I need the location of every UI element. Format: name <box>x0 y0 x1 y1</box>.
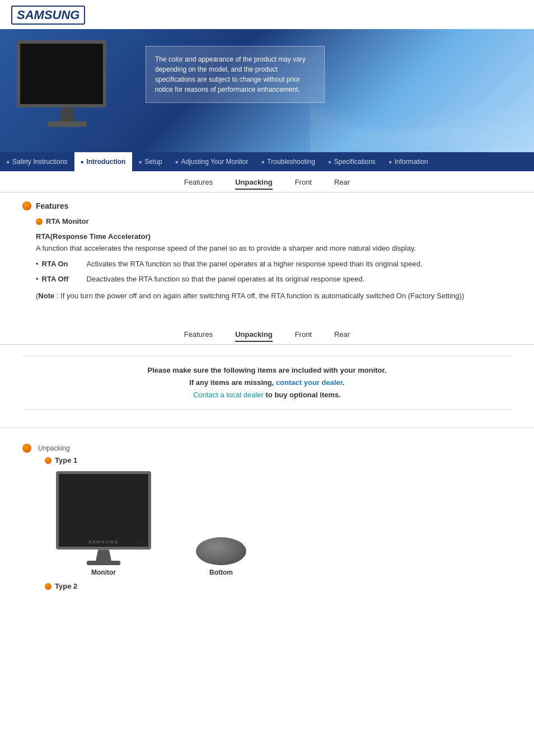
tab-unpacking[interactable]: Unpacking <box>235 178 272 190</box>
rta-monitor-icon <box>36 218 43 225</box>
section-divider <box>0 428 534 428</box>
nav-adjusting-label: Adjusting Your Monitor <box>181 158 248 166</box>
nav-safety-label: Safety Instructions <box>12 158 68 166</box>
monitor-illus-base <box>87 561 120 565</box>
monitor-brand: SAMSUNG <box>88 539 119 544</box>
tab-rear-bottom[interactable]: Rear <box>334 330 350 342</box>
monitor-screen-illus: SAMSUNG · · · · · <box>56 471 151 550</box>
nav-adjusting[interactable]: Adjusting Your Monitor <box>169 152 255 171</box>
monitor-illustration: SAMSUNG · · · · · <box>56 471 151 565</box>
unpacking-label: Unpacking <box>38 444 70 452</box>
samsung-logo: SAMSUNG <box>11 6 85 25</box>
note-content: : If you turn the power off and on again… <box>54 292 462 300</box>
features-icon <box>22 201 31 210</box>
unpacking-info-line1: Please make sure the following items are… <box>34 364 500 377</box>
contact-local-dealer-link[interactable]: Contact a local dealer <box>193 391 264 399</box>
monitor-screen <box>17 40 106 107</box>
nav-safety-instructions[interactable]: Safety Instructions <box>0 152 74 171</box>
contact-dealer-link[interactable]: contact your dealer <box>276 378 343 387</box>
nav-troubleshooting[interactable]: Troubleshooting <box>255 152 322 171</box>
unpacking-header: Unpacking <box>22 444 512 453</box>
banner: The color and appearance of the product … <box>0 29 534 152</box>
rta-bullet-list: • RTA On Activates the RTA function so t… <box>36 259 512 285</box>
bottom-image-container: Bottom <box>196 537 246 576</box>
rta-off-label: RTA Off <box>42 274 87 285</box>
unpacking-icon <box>22 444 31 453</box>
monitor-label: Monitor <box>56 569 151 576</box>
tab-features-bottom[interactable]: Features <box>184 330 213 342</box>
bullet-rta-off: • RTA Off Deactivates the RTA function s… <box>36 274 512 285</box>
bottom-label: Bottom <box>196 569 246 576</box>
banner-text: The color and appearance of the product … <box>155 55 306 93</box>
nav-bar: Safety Instructions Introduction Setup A… <box>0 152 534 171</box>
banner-waves <box>310 51 534 152</box>
rta-on-text: Activates the RTA function so that the p… <box>87 259 512 270</box>
rta-monitor-subsection: RTA Monitor <box>36 217 512 226</box>
monitor-image-container: SAMSUNG · · · · · Monitor <box>56 471 151 576</box>
note-bold: Note <box>38 292 54 300</box>
nav-troubleshooting-label: Troubleshooting <box>267 158 315 166</box>
unpacking-info-line2: If any items are missing, contact your d… <box>34 377 500 389</box>
monitor-illus-stand <box>96 550 111 561</box>
bullet-dot-1: • <box>36 259 39 270</box>
tab-front-bottom[interactable]: Front <box>295 330 312 342</box>
page-header: SAMSUNG <box>0 0 534 25</box>
tab-front[interactable]: Front <box>295 178 312 190</box>
unpacking-info-line3: Contact a local dealer to buy optional i… <box>34 389 500 401</box>
tab-features[interactable]: Features <box>184 178 213 190</box>
type1-icon <box>45 457 51 464</box>
type2-icon <box>45 583 51 590</box>
banner-monitor-illustration <box>17 40 118 130</box>
nav-information[interactable]: Information <box>382 152 435 171</box>
nav-information-label: Information <box>395 158 428 166</box>
features-title: Features <box>22 201 512 210</box>
type1-label: Type 1 <box>45 456 512 464</box>
nav-specifications-label: Specifications <box>334 158 376 166</box>
bullet-rta-on: • RTA On Activates the RTA function so t… <box>36 259 512 270</box>
features-section: Features RTA Monitor RTA(Response Time A… <box>0 192 534 310</box>
nav-setup-label: Setup <box>144 158 162 166</box>
rta-monitor-title: RTA Monitor <box>36 217 512 226</box>
monitor-stand <box>59 107 76 121</box>
nav-introduction-label: Introduction <box>86 158 125 166</box>
monitor-base <box>48 121 87 127</box>
tab-rear[interactable]: Rear <box>334 178 350 190</box>
sub-tabs-bottom: Features Unpacking Front Rear <box>0 321 534 345</box>
type1-text: Type 1 <box>55 456 77 464</box>
monitor-images-row: SAMSUNG · · · · · Monitor Bottom <box>56 471 512 576</box>
rta-description: A function that accelerates the response… <box>36 243 512 254</box>
rta-off-text: Deactivates the RTA function so that the… <box>87 274 512 285</box>
features-title-text: Features <box>36 201 68 210</box>
sub-tabs-top: Features Unpacking Front Rear <box>0 171 534 192</box>
tab-unpacking-bottom[interactable]: Unpacking <box>235 330 272 342</box>
nav-specifications[interactable]: Specifications <box>322 152 382 171</box>
bottom-oval <box>196 537 246 565</box>
type2-text: Type 2 <box>55 582 77 590</box>
nav-setup[interactable]: Setup <box>132 152 168 171</box>
unpacking-info-box: Please make sure the following items are… <box>22 356 512 410</box>
rta-on-label: RTA On <box>42 259 87 270</box>
nav-introduction[interactable]: Introduction <box>74 152 133 171</box>
unpacking-section: Unpacking Type 1 SAMSUNG · · · · · Monit… <box>0 437 534 604</box>
monitor-dots: · · · · · <box>134 541 144 544</box>
rta-monitor-label: RTA Monitor <box>46 217 89 226</box>
rta-main-title: RTA(Response Time Accelerator) <box>36 232 512 241</box>
bullet-dot-2: • <box>36 274 39 285</box>
type2-label: Type 2 <box>45 582 512 590</box>
note-text: (Note : If you turn the power off and on… <box>36 290 512 302</box>
banner-text-box: The color and appearance of the product … <box>146 46 325 103</box>
